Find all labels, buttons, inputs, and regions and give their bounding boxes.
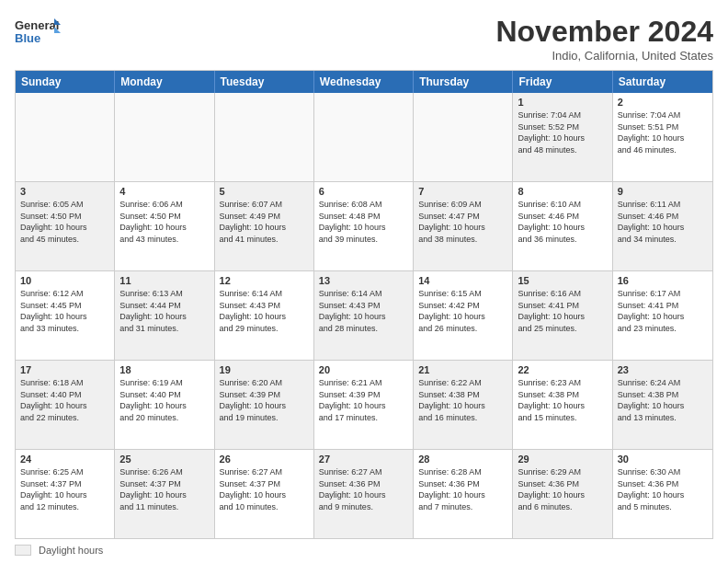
day-number: 17 xyxy=(20,364,109,375)
legend: Daylight hours xyxy=(15,545,713,556)
day-number: 23 xyxy=(618,364,708,375)
day-info: Sunrise: 6:08 AM Sunset: 4:48 PM Dayligh… xyxy=(319,199,408,245)
day-number: 19 xyxy=(220,364,309,375)
day-cell-4: 4Sunrise: 6:06 AM Sunset: 4:50 PM Daylig… xyxy=(115,182,214,270)
day-number: 2 xyxy=(618,97,708,108)
week-row-3: 10Sunrise: 6:12 AM Sunset: 4:45 PM Dayli… xyxy=(16,270,712,360)
day-info: Sunrise: 6:12 AM Sunset: 4:45 PM Dayligh… xyxy=(20,288,109,334)
day-number: 6 xyxy=(319,186,408,197)
day-cell-26: 26Sunrise: 6:27 AM Sunset: 4:37 PM Dayli… xyxy=(215,450,314,538)
day-info: Sunrise: 6:07 AM Sunset: 4:49 PM Dayligh… xyxy=(220,199,309,245)
week-row-1: 1Sunrise: 7:04 AM Sunset: 5:52 PM Daylig… xyxy=(16,93,712,181)
page-header: General Blue November 2024 Indio, Califo… xyxy=(15,15,713,63)
day-cell-10: 10Sunrise: 6:12 AM Sunset: 4:45 PM Dayli… xyxy=(16,271,115,360)
day-number: 26 xyxy=(220,454,309,465)
day-cell-6: 6Sunrise: 6:08 AM Sunset: 4:48 PM Daylig… xyxy=(314,182,414,270)
day-number: 29 xyxy=(518,454,607,465)
logo: General Blue xyxy=(15,15,61,50)
day-cell-24: 24Sunrise: 6:25 AM Sunset: 4:37 PM Dayli… xyxy=(16,450,115,538)
day-info: Sunrise: 6:16 AM Sunset: 4:41 PM Dayligh… xyxy=(518,288,607,334)
day-cell-1: 1Sunrise: 7:04 AM Sunset: 5:52 PM Daylig… xyxy=(513,93,612,181)
day-cell-30: 30Sunrise: 6:30 AM Sunset: 4:36 PM Dayli… xyxy=(613,450,712,538)
header-wednesday: Wednesday xyxy=(314,71,414,93)
day-cell-20: 20Sunrise: 6:21 AM Sunset: 4:39 PM Dayli… xyxy=(314,361,414,449)
week-row-5: 24Sunrise: 6:25 AM Sunset: 4:37 PM Dayli… xyxy=(16,449,712,538)
calendar-header: SundayMondayTuesdayWednesdayThursdayFrid… xyxy=(16,71,712,93)
day-number: 16 xyxy=(618,275,708,286)
svg-text:General: General xyxy=(15,18,59,32)
day-cell-17: 17Sunrise: 6:18 AM Sunset: 4:40 PM Dayli… xyxy=(16,361,115,449)
day-info: Sunrise: 6:17 AM Sunset: 4:41 PM Dayligh… xyxy=(618,288,708,334)
day-cell-3: 3Sunrise: 6:05 AM Sunset: 4:50 PM Daylig… xyxy=(16,182,115,270)
day-cell-empty xyxy=(414,93,513,181)
day-cell-16: 16Sunrise: 6:17 AM Sunset: 4:41 PM Dayli… xyxy=(613,271,712,360)
day-info: Sunrise: 6:18 AM Sunset: 4:40 PM Dayligh… xyxy=(20,377,109,423)
day-info: Sunrise: 7:04 AM Sunset: 5:52 PM Dayligh… xyxy=(518,109,607,155)
day-number: 28 xyxy=(418,454,507,465)
week-row-2: 3Sunrise: 6:05 AM Sunset: 4:50 PM Daylig… xyxy=(16,181,712,270)
day-cell-19: 19Sunrise: 6:20 AM Sunset: 4:39 PM Dayli… xyxy=(215,361,314,449)
day-info: Sunrise: 6:09 AM Sunset: 4:47 PM Dayligh… xyxy=(418,199,507,245)
day-number: 25 xyxy=(119,454,209,465)
logo-svg: General Blue xyxy=(15,15,61,50)
day-info: Sunrise: 6:22 AM Sunset: 4:38 PM Dayligh… xyxy=(418,377,507,423)
day-cell-29: 29Sunrise: 6:29 AM Sunset: 4:36 PM Dayli… xyxy=(513,450,612,538)
title-block: November 2024 Indio, California, United … xyxy=(495,15,713,63)
day-info: Sunrise: 6:20 AM Sunset: 4:39 PM Dayligh… xyxy=(220,377,309,423)
day-info: Sunrise: 6:25 AM Sunset: 4:37 PM Dayligh… xyxy=(20,466,109,512)
header-thursday: Thursday xyxy=(414,71,513,93)
day-info: Sunrise: 6:27 AM Sunset: 4:37 PM Dayligh… xyxy=(220,466,309,512)
day-info: Sunrise: 6:14 AM Sunset: 4:43 PM Dayligh… xyxy=(319,288,408,334)
legend-label: Daylight hours xyxy=(39,545,103,556)
day-cell-empty xyxy=(314,93,414,181)
day-cell-23: 23Sunrise: 6:24 AM Sunset: 4:38 PM Dayli… xyxy=(613,361,712,449)
day-cell-9: 9Sunrise: 6:11 AM Sunset: 4:46 PM Daylig… xyxy=(613,182,712,270)
day-cell-27: 27Sunrise: 6:27 AM Sunset: 4:36 PM Dayli… xyxy=(314,450,414,538)
calendar: SundayMondayTuesdayWednesdayThursdayFrid… xyxy=(15,70,713,539)
day-cell-22: 22Sunrise: 6:23 AM Sunset: 4:38 PM Dayli… xyxy=(513,361,612,449)
day-number: 5 xyxy=(220,186,309,197)
header-monday: Monday xyxy=(115,71,214,93)
day-cell-13: 13Sunrise: 6:14 AM Sunset: 4:43 PM Dayli… xyxy=(314,271,414,360)
day-cell-15: 15Sunrise: 6:16 AM Sunset: 4:41 PM Dayli… xyxy=(513,271,612,360)
day-cell-5: 5Sunrise: 6:07 AM Sunset: 4:49 PM Daylig… xyxy=(215,182,314,270)
day-number: 27 xyxy=(319,454,408,465)
day-number: 11 xyxy=(119,275,209,286)
day-number: 21 xyxy=(418,364,507,375)
day-info: Sunrise: 6:23 AM Sunset: 4:38 PM Dayligh… xyxy=(518,377,607,423)
day-info: Sunrise: 6:26 AM Sunset: 4:37 PM Dayligh… xyxy=(119,466,209,512)
day-info: Sunrise: 6:11 AM Sunset: 4:46 PM Dayligh… xyxy=(618,199,708,245)
day-number: 18 xyxy=(119,364,209,375)
day-info: Sunrise: 6:29 AM Sunset: 4:36 PM Dayligh… xyxy=(518,466,607,512)
day-number: 22 xyxy=(518,364,607,375)
day-number: 4 xyxy=(119,186,209,197)
day-info: Sunrise: 6:10 AM Sunset: 4:46 PM Dayligh… xyxy=(518,199,607,245)
day-number: 20 xyxy=(319,364,408,375)
location: Indio, California, United States xyxy=(495,49,713,63)
svg-text:Blue: Blue xyxy=(15,31,40,45)
day-cell-18: 18Sunrise: 6:19 AM Sunset: 4:40 PM Dayli… xyxy=(115,361,214,449)
day-info: Sunrise: 6:30 AM Sunset: 4:36 PM Dayligh… xyxy=(618,466,708,512)
day-info: Sunrise: 6:27 AM Sunset: 4:36 PM Dayligh… xyxy=(319,466,408,512)
day-info: Sunrise: 6:15 AM Sunset: 4:42 PM Dayligh… xyxy=(418,288,507,334)
day-info: Sunrise: 6:14 AM Sunset: 4:43 PM Dayligh… xyxy=(220,288,309,334)
header-tuesday: Tuesday xyxy=(215,71,314,93)
day-number: 8 xyxy=(518,186,607,197)
day-cell-28: 28Sunrise: 6:28 AM Sunset: 4:36 PM Dayli… xyxy=(414,450,513,538)
legend-box xyxy=(15,545,31,556)
day-number: 7 xyxy=(418,186,507,197)
day-cell-empty xyxy=(215,93,314,181)
day-number: 30 xyxy=(618,454,708,465)
day-number: 14 xyxy=(418,275,507,286)
day-number: 12 xyxy=(220,275,309,286)
day-info: Sunrise: 7:04 AM Sunset: 5:51 PM Dayligh… xyxy=(618,109,708,155)
day-number: 15 xyxy=(518,275,607,286)
day-info: Sunrise: 6:19 AM Sunset: 4:40 PM Dayligh… xyxy=(119,377,209,423)
week-row-4: 17Sunrise: 6:18 AM Sunset: 4:40 PM Dayli… xyxy=(16,360,712,449)
day-info: Sunrise: 6:21 AM Sunset: 4:39 PM Dayligh… xyxy=(319,377,408,423)
day-cell-2: 2Sunrise: 7:04 AM Sunset: 5:51 PM Daylig… xyxy=(613,93,712,181)
day-number: 13 xyxy=(319,275,408,286)
day-cell-14: 14Sunrise: 6:15 AM Sunset: 4:42 PM Dayli… xyxy=(414,271,513,360)
day-number: 3 xyxy=(20,186,109,197)
day-info: Sunrise: 6:24 AM Sunset: 4:38 PM Dayligh… xyxy=(618,377,708,423)
